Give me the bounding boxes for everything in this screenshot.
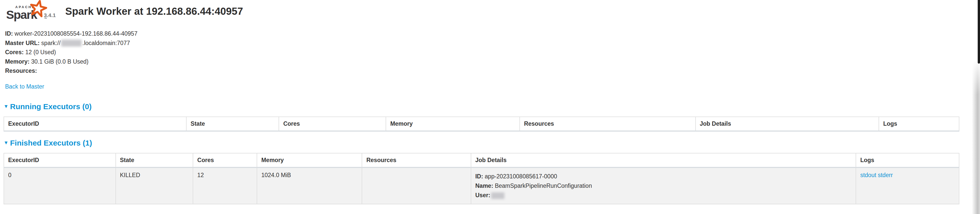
- finished-col-memory: Memory: [257, 153, 362, 167]
- stdout-link[interactable]: stdout: [860, 172, 876, 178]
- collapse-arrow-icon: ▾: [5, 138, 8, 147]
- job-id-value: app-20231008085617-0000: [485, 173, 557, 180]
- running-executors-table: ExecutorID State Cores Memory Resources …: [3, 117, 959, 132]
- worker-id-value: worker-20231008085554-192.168.86.44-4095…: [14, 30, 137, 37]
- cell-cores: 12: [193, 167, 257, 204]
- running-col-executorid: ExecutorID: [4, 117, 186, 131]
- cell-executor-id: 0: [4, 167, 116, 204]
- collapse-arrow-icon: ▾: [5, 101, 8, 111]
- master-url-prefix: spark://: [41, 40, 60, 46]
- finished-col-resources: Resources: [362, 153, 471, 167]
- job-id-line: ID: app-20231008085617-0000: [475, 172, 851, 181]
- job-id-label: ID:: [475, 173, 483, 180]
- running-col-job-details: Job Details: [695, 117, 879, 131]
- cores-value: 12 (0 Used): [25, 49, 56, 55]
- memory-label: Memory:: [5, 58, 30, 65]
- finished-col-executorid: ExecutorID: [4, 153, 116, 167]
- finished-executors-table: ExecutorID State Cores Memory Resources …: [3, 153, 959, 204]
- finished-header-row: ExecutorID State Cores Memory Resources …: [4, 153, 959, 167]
- spark-version: 3.4.1: [44, 12, 56, 18]
- finished-col-logs: Logs: [856, 153, 959, 167]
- scrollbar-track[interactable]: [972, 62, 980, 214]
- scrollbar-thumb[interactable]: [978, 0, 980, 63]
- master-url-line: Master URL: spark://.localdomain:7077: [5, 38, 980, 48]
- resources-label: Resources:: [5, 67, 37, 74]
- table-row: 0 KILLED 12 1024.0 MiB ID: app-202310080…: [4, 167, 959, 204]
- finished-executors-title: Finished Executors (1): [10, 139, 92, 147]
- job-user-label: User:: [475, 192, 490, 198]
- finished-executors-heading[interactable]: ▾Finished Executors (1): [5, 138, 980, 148]
- resources-line: Resources:: [5, 66, 980, 76]
- master-url-suffix: .localdomain:7077: [82, 40, 130, 46]
- redacted-username: [491, 192, 504, 199]
- job-user-line: User:: [475, 190, 851, 200]
- job-name-value: BeamSparkPipelineRunConfiguration: [495, 182, 592, 189]
- running-executors-heading[interactable]: ▾Running Executors (0): [5, 102, 980, 112]
- redacted-hostname: [61, 40, 81, 47]
- worker-info: ID: worker-20231008085554-192.168.86.44-…: [0, 27, 980, 76]
- job-name-label: Name:: [475, 182, 493, 189]
- memory-line: Memory: 30.1 GiB (0.0 B Used): [5, 57, 980, 67]
- master-url-label: Master URL:: [5, 40, 40, 46]
- finished-col-state: State: [116, 153, 193, 167]
- cell-state: KILLED: [116, 167, 193, 204]
- running-col-cores: Cores: [279, 117, 386, 131]
- running-col-memory: Memory: [386, 117, 520, 131]
- spark-worker-page: APACHE Spark ™ 3.4.1 Spark Worker at 192…: [0, 0, 980, 214]
- cores-line: Cores: 12 (0 Used): [5, 48, 980, 57]
- running-col-resources: Resources: [520, 117, 695, 131]
- running-col-logs: Logs: [879, 117, 959, 131]
- running-executors-title: Running Executors (0): [10, 102, 92, 111]
- finished-col-cores: Cores: [193, 153, 257, 167]
- back-to-master-link[interactable]: Back to Master: [5, 83, 44, 90]
- worker-id-label: ID:: [5, 30, 13, 37]
- worker-id-line: ID: worker-20231008085554-192.168.86.44-…: [5, 29, 980, 38]
- running-col-state: State: [186, 117, 279, 131]
- page-title: Spark Worker at 192.168.86.44:40957: [65, 6, 243, 17]
- cell-job-details: ID: app-20231008085617-0000 Name: BeamSp…: [471, 167, 856, 204]
- page-header: APACHE Spark ™ 3.4.1 Spark Worker at 192…: [0, 0, 980, 27]
- running-header-row: ExecutorID State Cores Memory Resources …: [4, 117, 959, 131]
- job-name-line: Name: BeamSparkPipelineRunConfiguration: [475, 181, 851, 190]
- memory-value: 30.1 GiB (0.0 B Used): [31, 58, 88, 65]
- finished-col-job-details: Job Details: [471, 153, 856, 167]
- cell-resources: [362, 167, 471, 204]
- cell-logs: stdout stderr: [856, 167, 959, 204]
- stderr-link[interactable]: stderr: [878, 172, 893, 178]
- cores-label: Cores:: [5, 49, 24, 55]
- cell-memory: 1024.0 MiB: [257, 167, 362, 204]
